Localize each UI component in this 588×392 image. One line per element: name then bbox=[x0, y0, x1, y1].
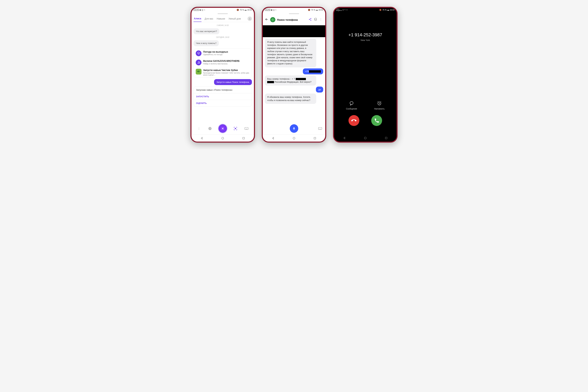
call-buttons bbox=[337, 115, 393, 131]
back-button[interactable] bbox=[272, 137, 275, 140]
caller-number: +1 914-252-3987 bbox=[337, 32, 393, 38]
svg-line-26 bbox=[310, 20, 310, 20]
recent-button[interactable] bbox=[242, 137, 245, 140]
accept-button[interactable] bbox=[371, 115, 382, 126]
card-teeth-skill[interactable]: Запусти навык Чистим Зубки Крокодильчик … bbox=[194, 67, 252, 78]
mic-button[interactable] bbox=[218, 124, 227, 133]
card-title: Запусти навык Чистим Зубки bbox=[203, 69, 250, 72]
message-icon bbox=[348, 100, 355, 106]
tab-skills[interactable]: Навыки bbox=[216, 16, 225, 22]
svg-rect-37 bbox=[385, 137, 387, 139]
chat-content[interactable]: 2 ИЮНЯ, 14:32 Что вас интересует? СЕГОДН… bbox=[191, 22, 254, 122]
svg-text:?: ? bbox=[209, 127, 210, 130]
status-bar: VoLTE ▮▯ ‖ ⥊ 🔕 76 % ▬ 16:02 bbox=[191, 8, 254, 12]
svg-rect-33 bbox=[314, 137, 316, 139]
browser-icon[interactable] bbox=[314, 18, 318, 22]
home-button[interactable] bbox=[221, 137, 224, 140]
svg-point-0 bbox=[249, 18, 250, 19]
keyboard-icon[interactable] bbox=[244, 126, 249, 131]
tab-bar: Алиса Для вас Навыки Умный дом bbox=[191, 16, 254, 22]
mic-button[interactable] bbox=[290, 124, 298, 133]
svg-rect-16 bbox=[243, 137, 244, 139]
svg-rect-30 bbox=[318, 128, 322, 130]
tab-alice[interactable]: Алиса bbox=[193, 16, 201, 22]
card-weather[interactable]: Погода на выходных Одевайтесь по погоде. bbox=[194, 49, 252, 58]
share-icon[interactable] bbox=[309, 18, 312, 22]
battery-icon: ▬ bbox=[245, 9, 246, 11]
chat-content[interactable]: Я могу помочь вам найти потерянный телеф… bbox=[263, 24, 325, 122]
user-bubble: +79 bbox=[303, 68, 323, 74]
drag-handle[interactable] bbox=[289, 13, 299, 14]
recent-button[interactable] bbox=[313, 137, 316, 140]
card-subtitle: Одевайтесь по погоде. bbox=[203, 54, 228, 56]
more-icon[interactable]: ⋮ bbox=[197, 126, 201, 131]
confirm-post: Российская Федерация. Всё верно? bbox=[275, 81, 311, 83]
launch-action[interactable]: ЗАПУСТИТЬ bbox=[194, 93, 252, 100]
message-label: Сообщение bbox=[346, 108, 357, 110]
android-nav bbox=[191, 134, 254, 142]
clock: 16:02 bbox=[247, 9, 252, 11]
lens-icon[interactable] bbox=[233, 126, 238, 131]
recent-button[interactable] bbox=[385, 136, 388, 140]
svg-point-23 bbox=[309, 19, 310, 20]
card-subtitle: Найду и включу вам музыку. bbox=[203, 63, 239, 65]
profile-avatar[interactable] bbox=[247, 16, 252, 21]
signal-icon: ‖ ⥊ ᯤ bbox=[343, 9, 348, 11]
tab-for-you[interactable]: Для вас bbox=[204, 16, 214, 22]
android-nav bbox=[334, 134, 397, 142]
svg-point-2 bbox=[199, 63, 200, 64]
tab-smart-home[interactable]: Умный дом bbox=[228, 16, 241, 22]
screen-2: VoLTE ▮▯ ‖ ⥊ 🔕 75 % ▬ 16:03 Поиск телефо… bbox=[263, 8, 325, 142]
assistant-bubble: Чем я могу помочь? bbox=[193, 40, 219, 46]
phone-3: Tele2 MegaFon ‖ ⥊ ᯤ 🔕 75 % ▬ 16:03 +1 91… bbox=[333, 7, 398, 142]
back-icon[interactable] bbox=[265, 18, 269, 22]
home-button[interactable] bbox=[364, 136, 367, 140]
card-subtitle: Крокодильчик Кроко поможет тебе чистить … bbox=[203, 72, 250, 76]
clock-icon bbox=[376, 100, 383, 106]
battery-text: 75 % bbox=[382, 9, 387, 11]
screen-3: Tele2 MegaFon ‖ ⥊ ᯤ 🔕 75 % ▬ 16:03 +1 91… bbox=[334, 8, 397, 142]
battery-text: 75 % bbox=[311, 9, 315, 11]
decline-button[interactable] bbox=[349, 115, 359, 126]
clock: 16:03 bbox=[390, 9, 395, 11]
carrier-text: Tele2 MegaFon bbox=[336, 8, 342, 11]
android-nav bbox=[263, 134, 325, 142]
svg-rect-29 bbox=[294, 127, 295, 129]
user-bubble: Запусти навык Поиск телефона. bbox=[214, 79, 252, 85]
card-title: Погода на выходных bbox=[203, 50, 228, 53]
input-bar: ⋮ ? bbox=[191, 122, 254, 134]
redacted bbox=[309, 70, 321, 73]
redacted bbox=[267, 81, 274, 83]
help-icon[interactable]: ? bbox=[208, 126, 212, 131]
svg-rect-28 bbox=[315, 18, 316, 20]
remind-label: Напомнить bbox=[374, 108, 385, 110]
response-card: Запускаю навык «Поиск телефона» ЗАПУСТИТ… bbox=[193, 86, 252, 106]
svg-point-24 bbox=[310, 20, 311, 21]
user-number-prefix: +79 bbox=[305, 70, 309, 73]
signal-icon: ▮▯ ‖ ⥊ bbox=[271, 9, 277, 11]
music-icon bbox=[196, 60, 201, 65]
rate-action[interactable]: ОЦЕНИТЬ bbox=[194, 100, 252, 106]
more-icon[interactable]: ⋮ bbox=[319, 18, 323, 22]
card-music[interactable]: Включи GAYAZOV$ BROTHER$ Найду и включу … bbox=[194, 58, 252, 67]
back-button[interactable] bbox=[200, 137, 203, 140]
back-button[interactable] bbox=[343, 136, 346, 140]
redacted-area bbox=[263, 25, 325, 37]
svg-point-36 bbox=[364, 137, 366, 139]
screen-1: VoLTE ▮▯ ‖ ⥊ 🔕 76 % ▬ 16:02 Алиса Для ва… bbox=[191, 8, 254, 142]
message-action[interactable]: Сообщение bbox=[346, 100, 357, 110]
keyboard-icon[interactable] bbox=[318, 126, 323, 131]
crocodile-icon bbox=[196, 69, 201, 74]
response-header: Запускаю навык «Поиск телефона» bbox=[194, 86, 252, 93]
card-title: Включи GAYAZOV$ BROTHER$ bbox=[203, 60, 239, 62]
caller-location: New York bbox=[337, 39, 393, 42]
home-button[interactable] bbox=[292, 137, 296, 140]
umbrella-icon bbox=[196, 50, 201, 56]
mute-icon: 🔕 bbox=[379, 9, 382, 11]
suggestion-cards: Погода на выходных Одевайтесь по погоде.… bbox=[193, 48, 252, 78]
volte-icon: VoLTE bbox=[265, 9, 270, 11]
battery-icon: ▬ bbox=[316, 9, 318, 11]
drag-handle[interactable] bbox=[218, 13, 228, 14]
mute-icon: 🔕 bbox=[237, 9, 239, 11]
remind-action[interactable]: Напомнить bbox=[374, 100, 385, 110]
